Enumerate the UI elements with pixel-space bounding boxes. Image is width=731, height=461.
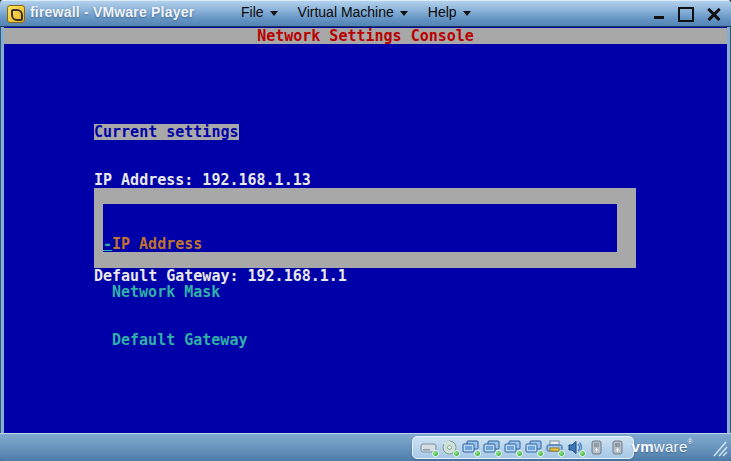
menu-virtual-machine[interactable]: Virtual Machine	[298, 4, 408, 20]
vmware-logo-bold: vm	[632, 438, 654, 455]
option-default-gateway-label: Default Gateway	[112, 331, 247, 349]
connected-indicator	[432, 450, 439, 457]
network-adapter-icon[interactable]	[504, 440, 521, 455]
option-ip-address-label: IP Address	[112, 235, 202, 253]
network-adapter-icon[interactable]	[462, 440, 479, 455]
hard-disk-icon[interactable]	[420, 440, 437, 455]
menu-file-label: File	[241, 4, 264, 20]
menu-virtual-machine-label: Virtual Machine	[298, 4, 394, 20]
menu-help-label: Help	[428, 4, 457, 20]
selection-cursor: -	[103, 236, 112, 252]
option-network-mask[interactable]: Network Mask	[103, 284, 617, 300]
vmware-logo: vmware®	[632, 438, 693, 455]
chevron-down-icon	[400, 11, 408, 16]
ip-address-line: IP Address: 192.168.1.13	[94, 172, 347, 188]
close-button[interactable]	[707, 7, 721, 21]
device-tray	[412, 436, 634, 459]
window-controls	[654, 6, 721, 22]
connected-indicator	[453, 450, 460, 457]
maximize-button[interactable]	[678, 7, 694, 22]
window-title: firewall - VMware Player	[30, 4, 194, 20]
resize-grip-icon[interactable]	[706, 438, 728, 458]
vm-console-screen[interactable]: Network Settings Console Current setting…	[4, 27, 727, 433]
status-bar: vmware®	[0, 433, 731, 461]
current-settings-heading: Current settings	[94, 124, 239, 140]
menu-bar: File Virtual Machine Help	[241, 4, 471, 20]
minimize-button[interactable]	[654, 8, 665, 20]
usb-icon[interactable]	[609, 440, 626, 455]
vmware-logo-light: ware	[654, 438, 688, 455]
network-adapter-icon[interactable]	[525, 440, 542, 455]
connected-indicator	[558, 450, 565, 457]
sound-icon[interactable]	[567, 440, 584, 455]
connected-indicator	[516, 450, 523, 457]
chevron-down-icon	[270, 11, 278, 16]
option-default-gateway[interactable]: Default Gateway	[103, 332, 617, 348]
title-bar: firewall - VMware Player File Virtual Ma…	[0, 0, 731, 27]
change-options-list: -IP Address Network Mask Default Gateway	[103, 204, 617, 252]
menu-file[interactable]: File	[241, 4, 278, 20]
option-ip-address[interactable]: -IP Address	[103, 236, 617, 252]
cd-rom-icon[interactable]	[441, 440, 458, 455]
usb-icon[interactable]	[588, 440, 605, 455]
option-network-mask-label: Network Mask	[112, 283, 220, 301]
network-adapter-icon[interactable]	[483, 440, 500, 455]
vmware-player-window: firewall - VMware Player File Virtual Ma…	[0, 0, 731, 461]
chevron-down-icon	[463, 11, 471, 16]
registered-mark: ®	[688, 438, 693, 445]
change-dialog: Change -IP Address Network Mask Default …	[94, 188, 636, 268]
vmware-player-app-icon	[7, 5, 25, 23]
connected-indicator	[537, 450, 544, 457]
connected-indicator	[579, 450, 586, 457]
connected-indicator	[495, 450, 502, 457]
connected-indicator	[474, 450, 481, 457]
menu-help[interactable]: Help	[428, 4, 471, 20]
printer-icon[interactable]	[546, 440, 563, 455]
console-header-title: Network Settings Console	[4, 28, 727, 44]
